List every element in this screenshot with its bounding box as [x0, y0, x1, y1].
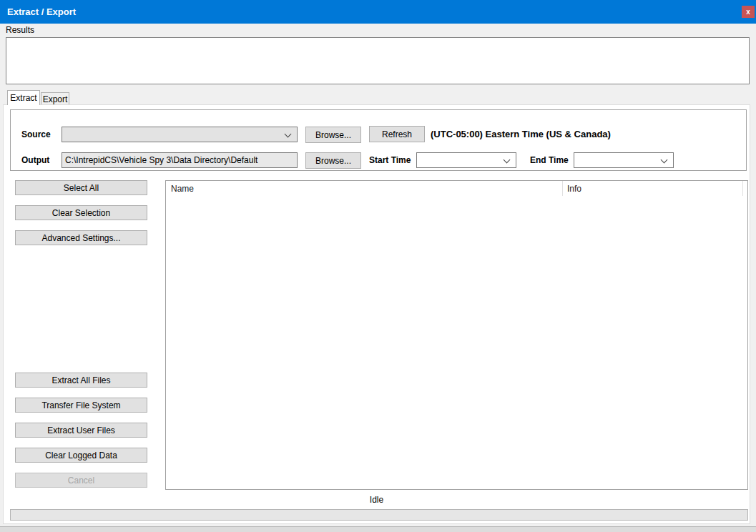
column-divider[interactable] — [742, 181, 743, 196]
output-browse-label: Browse... — [315, 156, 351, 166]
select-all-label: Select All — [64, 183, 99, 193]
clear-logged-data-label: Clear Logged Data — [45, 450, 117, 460]
close-button[interactable]: x — [742, 6, 755, 18]
window-title: Extract / Export — [7, 6, 76, 17]
extract-all-files-label: Extract All Files — [51, 375, 110, 385]
tab-extract[interactable]: Extract — [7, 90, 40, 105]
source-browse-label: Browse... — [315, 130, 351, 140]
window-bottom-edge — [0, 527, 756, 532]
transfer-file-system-button[interactable]: Transfer File System — [15, 398, 147, 413]
clear-logged-data-button[interactable]: Clear Logged Data — [15, 448, 147, 463]
advanced-settings-button[interactable]: Advanced Settings... — [15, 230, 147, 245]
cancel-label: Cancel — [68, 476, 94, 486]
advanced-settings-label: Advanced Settings... — [41, 233, 120, 243]
extract-all-files-button[interactable]: Extract All Files — [15, 373, 147, 388]
cancel-button: Cancel — [15, 473, 147, 488]
end-time-combobox[interactable] — [574, 152, 674, 168]
status-text: Idle — [4, 495, 750, 505]
extract-export-dialog: { "window": { "title": "Extract / Export… — [0, 0, 756, 532]
clear-selection-button[interactable]: Clear Selection — [15, 205, 147, 220]
source-label: Source — [21, 129, 51, 139]
chevron-down-icon — [661, 157, 668, 164]
extract-tab-page: Source Browse... Refresh (UTC-05:00) Eas… — [3, 104, 750, 524]
select-all-button[interactable]: Select All — [15, 180, 147, 195]
refresh-label: Refresh — [382, 129, 412, 139]
source-combobox[interactable] — [62, 127, 298, 142]
clear-selection-label: Clear Selection — [52, 208, 110, 218]
refresh-button[interactable]: Refresh — [369, 126, 425, 142]
start-time-label: Start Time — [369, 155, 411, 165]
results-label: Results — [6, 25, 34, 35]
column-header-name[interactable]: Name — [171, 184, 194, 194]
transfer-file-system-label: Transfer File System — [41, 400, 120, 410]
tab-extract-label: Extract — [10, 93, 36, 103]
titlebar: Extract / Export x — [0, 0, 756, 24]
extract-user-files-button[interactable]: Extract User Files — [15, 423, 147, 438]
file-list[interactable]: Name Info — [165, 180, 748, 490]
extract-user-files-label: Extract User Files — [47, 425, 115, 435]
timezone-label: (UTC-05:00) Eastern Time (US & Canada) — [431, 129, 611, 139]
end-time-label: End Time — [530, 155, 569, 165]
results-textarea[interactable] — [6, 37, 750, 84]
chevron-down-icon — [285, 131, 292, 138]
source-browse-button[interactable]: Browse... — [305, 127, 361, 143]
column-divider[interactable] — [562, 181, 563, 196]
progress-bar — [10, 509, 748, 521]
column-header-info[interactable]: Info — [567, 184, 581, 194]
output-browse-button[interactable]: Browse... — [305, 152, 361, 169]
source-output-group: Source Browse... Refresh (UTC-05:00) Eas… — [10, 109, 747, 171]
tab-export-label: Export — [43, 94, 68, 104]
tab-export[interactable]: Export — [41, 92, 69, 104]
close-icon: x — [746, 9, 750, 16]
output-path-input[interactable] — [62, 152, 298, 168]
start-time-combobox[interactable] — [416, 152, 516, 168]
chevron-down-icon — [504, 157, 511, 164]
output-label: Output — [21, 155, 49, 165]
